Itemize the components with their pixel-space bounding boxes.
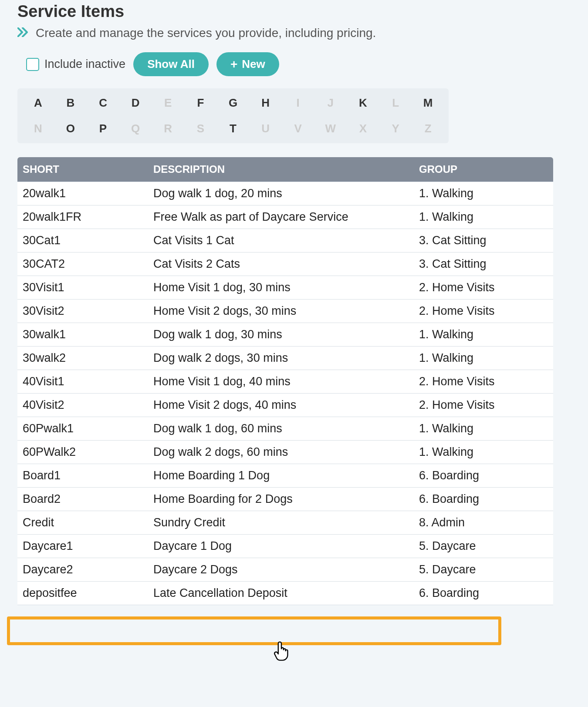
table-row[interactable]: 60PWalk2Dog walk 2 dogs, 60 mins1. Walki… (17, 441, 553, 464)
table-row[interactable]: 30walk2Dog walk 2 dogs, 30 mins1. Walkin… (17, 347, 553, 370)
column-header-short[interactable]: SHORT (17, 157, 148, 182)
include-inactive-checkbox[interactable]: Include inactive (26, 57, 125, 71)
controls-row: Include inactive Show All + New (26, 52, 571, 76)
alpha-letter-z: Z (412, 122, 444, 135)
page-title: Service Items (17, 2, 571, 21)
show-all-label: Show All (147, 57, 195, 71)
cell-short: 20walk1 (17, 182, 148, 205)
alpha-letter-n: N (22, 122, 54, 135)
cell-group: 1. Walking (414, 347, 553, 370)
cell-group: 2. Home Visits (414, 394, 553, 417)
cell-description: Cat Visits 2 Cats (148, 252, 414, 276)
checkbox-box-icon (26, 58, 39, 71)
alpha-letter-w: W (314, 122, 347, 135)
column-header-group[interactable]: GROUP (414, 157, 553, 182)
cell-short: 30Cat1 (17, 229, 148, 252)
cell-short: 60Pwalk1 (17, 417, 148, 441)
table-row[interactable]: 30Visit2Home Visit 2 dogs, 30 mins2. Hom… (17, 300, 553, 323)
cell-short: 30walk1 (17, 323, 148, 347)
cell-description: Home Visit 2 dogs, 30 mins (148, 300, 414, 323)
table-row[interactable]: 40Visit1Home Visit 1 dog, 40 mins2. Home… (17, 370, 553, 394)
cell-short: depositfee (17, 582, 148, 605)
new-button[interactable]: + New (216, 52, 279, 76)
cell-description: Cat Visits 1 Cat (148, 229, 414, 252)
subtitle-text: Create and manage the services you provi… (36, 26, 376, 40)
table-row[interactable]: 40Visit2Home Visit 2 dogs, 40 mins2. Hom… (17, 394, 553, 417)
alpha-letter-a[interactable]: A (22, 96, 54, 110)
alpha-letter-t[interactable]: T (217, 122, 250, 135)
alpha-letter-s: S (184, 122, 217, 135)
alpha-letter-o[interactable]: O (54, 122, 87, 135)
alpha-letter-c[interactable]: C (87, 96, 119, 110)
cell-short: 30CAT2 (17, 252, 148, 276)
alpha-letter-k[interactable]: K (347, 96, 379, 110)
cell-description: Dog walk 2 dogs, 30 mins (148, 347, 414, 370)
table-row[interactable]: Board1Home Boarding 1 Dog6. Boarding (17, 464, 553, 488)
cell-description: Home Visit 1 dog, 40 mins (148, 370, 414, 394)
cell-group: 8. Admin (414, 511, 553, 535)
alpha-letter-h[interactable]: H (249, 96, 282, 110)
cell-group: 5. Daycare (414, 535, 553, 558)
table-row[interactable]: 20walk1Dog walk 1 dog, 20 mins1. Walking (17, 182, 553, 205)
include-inactive-label: Include inactive (44, 57, 125, 71)
table-row[interactable]: 20walk1FRFree Walk as part of Daycare Se… (17, 205, 553, 229)
alpha-letter-e: E (152, 96, 184, 110)
cell-group: 2. Home Visits (414, 370, 553, 394)
subtitle-row: Create and manage the services you provi… (17, 26, 571, 40)
alpha-letter-m[interactable]: M (412, 96, 444, 110)
table-row[interactable]: 30CAT2Cat Visits 2 Cats3. Cat Sitting (17, 252, 553, 276)
cell-group: 1. Walking (414, 323, 553, 347)
alpha-letter-l: L (379, 96, 412, 110)
cell-group: 6. Boarding (414, 488, 553, 511)
cell-description: Dog walk 1 dog, 20 mins (148, 182, 414, 205)
highlight-box (7, 616, 501, 645)
hand-cursor-icon (273, 640, 290, 661)
cell-description: Dog walk 2 dogs, 60 mins (148, 441, 414, 464)
cell-description: Sundry Credit (148, 511, 414, 535)
cell-short: Credit (17, 511, 148, 535)
new-label: New (242, 57, 265, 71)
cell-short: 40Visit1 (17, 370, 148, 394)
double-chevron-right-icon (17, 27, 30, 39)
table-row[interactable]: 30walk1Dog walk 1 dog, 30 mins1. Walking (17, 323, 553, 347)
cell-description: Dog walk 1 dog, 30 mins (148, 323, 414, 347)
cell-short: 30Visit2 (17, 300, 148, 323)
cell-short: Board1 (17, 464, 148, 488)
alpha-letter-f[interactable]: F (184, 96, 217, 110)
alpha-letter-g[interactable]: G (217, 96, 250, 110)
alpha-letter-b[interactable]: B (54, 96, 87, 110)
cell-short: 20walk1FR (17, 205, 148, 229)
cell-short: Daycare2 (17, 558, 148, 582)
plus-icon: + (230, 58, 237, 71)
alpha-letter-x: X (347, 122, 379, 135)
table-row[interactable]: depositfeeLate Cancellation Deposit6. Bo… (17, 582, 553, 605)
table-row[interactable]: 30Cat1Cat Visits 1 Cat3. Cat Sitting (17, 229, 553, 252)
cell-short: Board2 (17, 488, 148, 511)
show-all-button[interactable]: Show All (133, 52, 209, 76)
cell-description: Home Visit 2 dogs, 40 mins (148, 394, 414, 417)
cell-description: Dog walk 1 dog, 60 mins (148, 417, 414, 441)
alpha-letter-d[interactable]: D (119, 96, 152, 110)
table-row[interactable]: Daycare1Daycare 1 Dog5. Daycare (17, 535, 553, 558)
column-header-description[interactable]: DESCRIPTION (148, 157, 414, 182)
cell-short: 40Visit2 (17, 394, 148, 417)
table-row[interactable]: Daycare2Daycare 2 Dogs5. Daycare (17, 558, 553, 582)
alpha-letter-i: I (282, 96, 314, 110)
alpha-letter-y: Y (379, 122, 412, 135)
cell-short: 30walk2 (17, 347, 148, 370)
cell-short: 60PWalk2 (17, 441, 148, 464)
cell-group: 3. Cat Sitting (414, 252, 553, 276)
table-row[interactable]: CreditSundry Credit8. Admin (17, 511, 553, 535)
alpha-letter-p[interactable]: P (87, 122, 119, 135)
cell-description: Late Cancellation Deposit (148, 582, 414, 605)
table-header-row: SHORT DESCRIPTION GROUP (17, 157, 553, 182)
table-row[interactable]: 60Pwalk1Dog walk 1 dog, 60 mins1. Walkin… (17, 417, 553, 441)
table-row[interactable]: Board2Home Boarding for 2 Dogs6. Boardin… (17, 488, 553, 511)
cell-description: Daycare 1 Dog (148, 535, 414, 558)
alphabet-filter: ABCDEFGHIJKLMNOPQRSTUVWXYZ (17, 88, 449, 143)
cell-short: Daycare1 (17, 535, 148, 558)
cell-group: 1. Walking (414, 441, 553, 464)
table-row[interactable]: 30Visit1Home Visit 1 dog, 30 mins2. Home… (17, 276, 553, 300)
cell-group: 2. Home Visits (414, 300, 553, 323)
cell-group: 1. Walking (414, 205, 553, 229)
